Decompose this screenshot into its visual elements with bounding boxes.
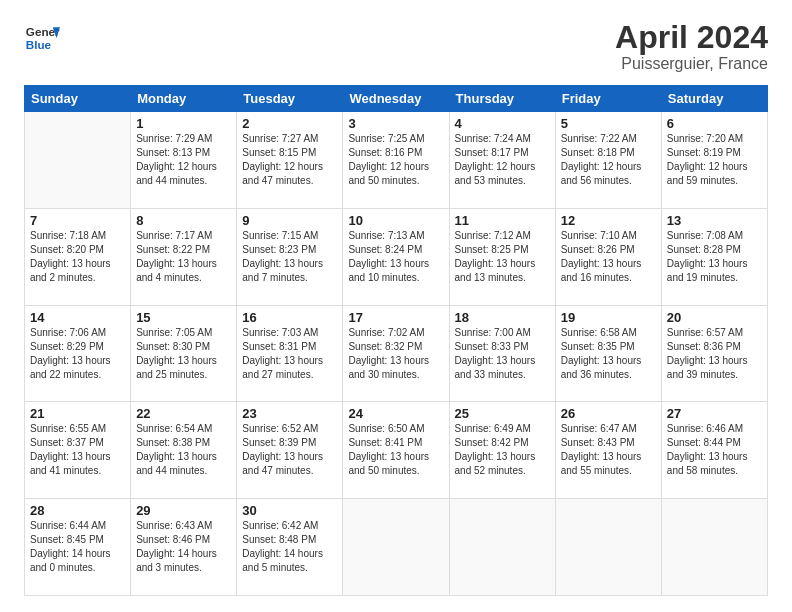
day-info: Sunrise: 7:10 AM Sunset: 8:26 PM Dayligh… [561, 229, 656, 285]
day-number: 15 [136, 310, 231, 325]
day-info: Sunrise: 7:17 AM Sunset: 8:22 PM Dayligh… [136, 229, 231, 285]
day-info: Sunrise: 7:25 AM Sunset: 8:16 PM Dayligh… [348, 132, 443, 188]
calendar-table: SundayMondayTuesdayWednesdayThursdayFrid… [24, 85, 768, 596]
calendar-cell [343, 499, 449, 596]
calendar-cell: 19Sunrise: 6:58 AM Sunset: 8:35 PM Dayli… [555, 305, 661, 402]
day-info: Sunrise: 6:42 AM Sunset: 8:48 PM Dayligh… [242, 519, 337, 575]
calendar-cell: 1Sunrise: 7:29 AM Sunset: 8:13 PM Daylig… [131, 112, 237, 209]
col-header-thursday: Thursday [449, 86, 555, 112]
calendar-cell: 10Sunrise: 7:13 AM Sunset: 8:24 PM Dayli… [343, 208, 449, 305]
calendar-cell: 3Sunrise: 7:25 AM Sunset: 8:16 PM Daylig… [343, 112, 449, 209]
day-info: Sunrise: 7:15 AM Sunset: 8:23 PM Dayligh… [242, 229, 337, 285]
calendar-cell: 16Sunrise: 7:03 AM Sunset: 8:31 PM Dayli… [237, 305, 343, 402]
calendar-cell: 24Sunrise: 6:50 AM Sunset: 8:41 PM Dayli… [343, 402, 449, 499]
calendar-cell: 17Sunrise: 7:02 AM Sunset: 8:32 PM Dayli… [343, 305, 449, 402]
day-info: Sunrise: 6:50 AM Sunset: 8:41 PM Dayligh… [348, 422, 443, 478]
day-number: 16 [242, 310, 337, 325]
day-info: Sunrise: 7:13 AM Sunset: 8:24 PM Dayligh… [348, 229, 443, 285]
week-row-1: 1Sunrise: 7:29 AM Sunset: 8:13 PM Daylig… [25, 112, 768, 209]
calendar-cell: 9Sunrise: 7:15 AM Sunset: 8:23 PM Daylig… [237, 208, 343, 305]
calendar-cell: 28Sunrise: 6:44 AM Sunset: 8:45 PM Dayli… [25, 499, 131, 596]
calendar-cell: 14Sunrise: 7:06 AM Sunset: 8:29 PM Dayli… [25, 305, 131, 402]
col-header-friday: Friday [555, 86, 661, 112]
week-row-5: 28Sunrise: 6:44 AM Sunset: 8:45 PM Dayli… [25, 499, 768, 596]
calendar-cell: 7Sunrise: 7:18 AM Sunset: 8:20 PM Daylig… [25, 208, 131, 305]
calendar-cell: 8Sunrise: 7:17 AM Sunset: 8:22 PM Daylig… [131, 208, 237, 305]
day-number: 4 [455, 116, 550, 131]
day-number: 18 [455, 310, 550, 325]
day-number: 25 [455, 406, 550, 421]
day-info: Sunrise: 6:57 AM Sunset: 8:36 PM Dayligh… [667, 326, 762, 382]
day-number: 30 [242, 503, 337, 518]
calendar-cell: 23Sunrise: 6:52 AM Sunset: 8:39 PM Dayli… [237, 402, 343, 499]
day-number: 9 [242, 213, 337, 228]
day-info: Sunrise: 7:08 AM Sunset: 8:28 PM Dayligh… [667, 229, 762, 285]
calendar-cell: 11Sunrise: 7:12 AM Sunset: 8:25 PM Dayli… [449, 208, 555, 305]
header-row: SundayMondayTuesdayWednesdayThursdayFrid… [25, 86, 768, 112]
day-info: Sunrise: 7:02 AM Sunset: 8:32 PM Dayligh… [348, 326, 443, 382]
col-header-tuesday: Tuesday [237, 86, 343, 112]
day-info: Sunrise: 7:22 AM Sunset: 8:18 PM Dayligh… [561, 132, 656, 188]
day-info: Sunrise: 7:05 AM Sunset: 8:30 PM Dayligh… [136, 326, 231, 382]
day-number: 28 [30, 503, 125, 518]
day-info: Sunrise: 7:24 AM Sunset: 8:17 PM Dayligh… [455, 132, 550, 188]
day-number: 11 [455, 213, 550, 228]
day-info: Sunrise: 7:12 AM Sunset: 8:25 PM Dayligh… [455, 229, 550, 285]
col-header-sunday: Sunday [25, 86, 131, 112]
day-info: Sunrise: 7:06 AM Sunset: 8:29 PM Dayligh… [30, 326, 125, 382]
day-number: 6 [667, 116, 762, 131]
calendar-cell: 18Sunrise: 7:00 AM Sunset: 8:33 PM Dayli… [449, 305, 555, 402]
day-number: 14 [30, 310, 125, 325]
month-title: April 2024 [615, 20, 768, 55]
page: General Blue April 2024 Puisserguier, Fr… [0, 0, 792, 612]
day-info: Sunrise: 7:18 AM Sunset: 8:20 PM Dayligh… [30, 229, 125, 285]
day-number: 27 [667, 406, 762, 421]
col-header-saturday: Saturday [661, 86, 767, 112]
week-row-4: 21Sunrise: 6:55 AM Sunset: 8:37 PM Dayli… [25, 402, 768, 499]
day-number: 23 [242, 406, 337, 421]
day-info: Sunrise: 6:55 AM Sunset: 8:37 PM Dayligh… [30, 422, 125, 478]
day-number: 12 [561, 213, 656, 228]
day-info: Sunrise: 7:27 AM Sunset: 8:15 PM Dayligh… [242, 132, 337, 188]
day-info: Sunrise: 6:52 AM Sunset: 8:39 PM Dayligh… [242, 422, 337, 478]
col-header-wednesday: Wednesday [343, 86, 449, 112]
day-number: 13 [667, 213, 762, 228]
day-info: Sunrise: 7:20 AM Sunset: 8:19 PM Dayligh… [667, 132, 762, 188]
day-info: Sunrise: 7:29 AM Sunset: 8:13 PM Dayligh… [136, 132, 231, 188]
day-info: Sunrise: 6:44 AM Sunset: 8:45 PM Dayligh… [30, 519, 125, 575]
day-number: 24 [348, 406, 443, 421]
day-number: 10 [348, 213, 443, 228]
logo: General Blue [24, 20, 60, 56]
logo-icon: General Blue [24, 20, 60, 56]
week-row-2: 7Sunrise: 7:18 AM Sunset: 8:20 PM Daylig… [25, 208, 768, 305]
title-block: April 2024 Puisserguier, France [615, 20, 768, 73]
calendar-cell: 21Sunrise: 6:55 AM Sunset: 8:37 PM Dayli… [25, 402, 131, 499]
day-number: 5 [561, 116, 656, 131]
day-number: 22 [136, 406, 231, 421]
calendar-cell: 20Sunrise: 6:57 AM Sunset: 8:36 PM Dayli… [661, 305, 767, 402]
header: General Blue April 2024 Puisserguier, Fr… [24, 20, 768, 73]
day-number: 20 [667, 310, 762, 325]
calendar-cell [25, 112, 131, 209]
week-row-3: 14Sunrise: 7:06 AM Sunset: 8:29 PM Dayli… [25, 305, 768, 402]
day-number: 1 [136, 116, 231, 131]
day-number: 19 [561, 310, 656, 325]
day-info: Sunrise: 6:47 AM Sunset: 8:43 PM Dayligh… [561, 422, 656, 478]
calendar-cell [661, 499, 767, 596]
svg-text:Blue: Blue [26, 38, 52, 51]
day-number: 8 [136, 213, 231, 228]
calendar-cell: 26Sunrise: 6:47 AM Sunset: 8:43 PM Dayli… [555, 402, 661, 499]
calendar-cell: 12Sunrise: 7:10 AM Sunset: 8:26 PM Dayli… [555, 208, 661, 305]
day-info: Sunrise: 6:58 AM Sunset: 8:35 PM Dayligh… [561, 326, 656, 382]
day-info: Sunrise: 6:46 AM Sunset: 8:44 PM Dayligh… [667, 422, 762, 478]
calendar-cell: 27Sunrise: 6:46 AM Sunset: 8:44 PM Dayli… [661, 402, 767, 499]
day-number: 17 [348, 310, 443, 325]
day-number: 2 [242, 116, 337, 131]
calendar-cell [555, 499, 661, 596]
location: Puisserguier, France [615, 55, 768, 73]
day-number: 7 [30, 213, 125, 228]
calendar-cell [449, 499, 555, 596]
day-info: Sunrise: 7:03 AM Sunset: 8:31 PM Dayligh… [242, 326, 337, 382]
day-info: Sunrise: 6:54 AM Sunset: 8:38 PM Dayligh… [136, 422, 231, 478]
day-info: Sunrise: 7:00 AM Sunset: 8:33 PM Dayligh… [455, 326, 550, 382]
